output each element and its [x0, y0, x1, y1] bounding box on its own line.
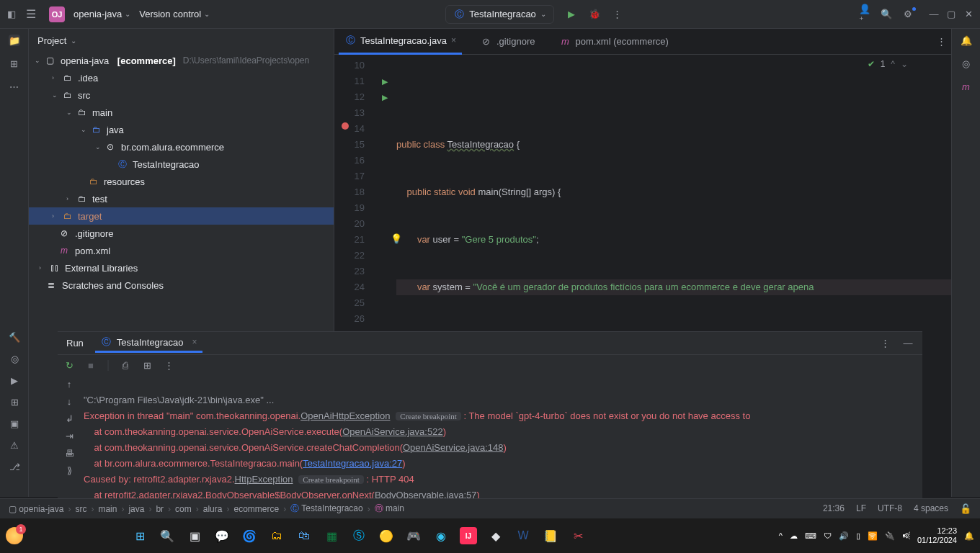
vcs-tool-button[interactable]: ⎇	[9, 461, 20, 472]
notifications-button[interactable]: 🔔	[961, 35, 972, 46]
app-icon[interactable]: 🎮	[405, 527, 422, 544]
print-icon[interactable]: 🖶	[63, 447, 75, 459]
project-view-label[interactable]: Project	[37, 35, 66, 46]
intellij-icon[interactable]: IJ	[460, 527, 477, 544]
explorer-icon[interactable]: 🗂	[268, 527, 285, 544]
tree-item-gitignore[interactable]: ⊘.gitignore	[29, 225, 334, 242]
collab-icon[interactable]: 👤⁺	[859, 9, 870, 20]
search-button[interactable]: 🔍	[159, 527, 176, 544]
run-gutter-icon[interactable]: ▶	[378, 89, 392, 105]
volume-icon[interactable]: 🔊	[839, 531, 849, 541]
tree-item-idea[interactable]: ›🗀.idea	[29, 69, 334, 86]
debug-button[interactable]: 🐞	[589, 9, 600, 20]
notifications-tray-icon[interactable]: 🔔	[964, 531, 974, 541]
settings-button[interactable]: ⚙	[902, 9, 914, 20]
task-view-button[interactable]: ▣	[186, 527, 203, 544]
clear-all-icon[interactable]: ⟫	[63, 464, 75, 476]
word-icon[interactable]: W	[514, 527, 532, 544]
search-everywhere-button[interactable]: 🔍	[881, 9, 892, 20]
run-button[interactable]: ▶	[566, 9, 577, 20]
tree-item-resources[interactable]: 🗀resources	[29, 173, 334, 190]
run-more-button[interactable]: ⋮	[163, 359, 174, 371]
tab-pom[interactable]: mpom.xml (ecommerce)	[553, 29, 674, 55]
app-icon-2[interactable]: ◆	[487, 527, 504, 544]
skype-icon[interactable]: Ⓢ	[350, 527, 368, 544]
project-tool-button[interactable]: 📁	[9, 35, 20, 46]
language-icon[interactable]: ⌨	[805, 531, 816, 541]
teams-tray-icon[interactable]: ▯	[856, 531, 860, 541]
battery-icon[interactable]: 🔌	[885, 531, 895, 541]
tree-item-external-libs[interactable]: ›⫿⫿External Libraries	[29, 259, 334, 276]
jetbrains-icon[interactable]: ◧	[6, 9, 17, 20]
tree-item-package[interactable]: ⌄⊙br.com.alura.ecommerce	[29, 138, 334, 156]
run-gutter-icon[interactable]: ▶	[378, 73, 392, 89]
stop-button[interactable]: ■	[85, 359, 97, 371]
rerun-button[interactable]: ↻	[63, 359, 75, 371]
store-icon[interactable]: 🛍	[295, 527, 313, 544]
screenshot-button[interactable]: ⎙	[120, 359, 131, 371]
run-tab[interactable]: ⒸTestaIntegracao×	[95, 333, 203, 353]
run-tool-button[interactable]: ▶	[9, 374, 20, 386]
tab-main-file[interactable]: ⒸTestaIntegracao.java×	[339, 29, 462, 55]
tree-item-test[interactable]: ›🗀test	[29, 190, 334, 207]
breadcrumb-item[interactable]: main	[98, 504, 117, 514]
close-tab-icon[interactable]: ×	[451, 35, 456, 45]
more-actions-button[interactable]: ⋮	[612, 9, 623, 20]
main-menu-button[interactable]: ☰	[26, 7, 36, 21]
breadcrumb-item[interactable]: Ⓒ TestaIntegracao	[290, 503, 363, 515]
tab-gitignore[interactable]: ⊘.gitignore	[475, 29, 540, 55]
console-output[interactable]: "C:\Program Files\Java\jdk-21\bin\java.e…	[81, 375, 922, 498]
problems-tool-button[interactable]: ⚠	[9, 439, 20, 451]
tree-item-scratches[interactable]: ≣Scratches and Consoles	[29, 276, 334, 294]
breadcrumb-item[interactable]: com	[175, 504, 192, 514]
more-tool-button[interactable]: ⋯	[9, 81, 20, 92]
breadcrumb-item[interactable]: src	[75, 504, 86, 514]
clock[interactable]: 12:23 01/12/2024	[917, 526, 957, 545]
minimize-button[interactable]: —	[928, 9, 940, 20]
start-button[interactable]: ⊞	[131, 527, 148, 544]
tree-item-pom[interactable]: mpom.xml	[29, 242, 334, 259]
services-tool-button[interactable]: ⊞	[9, 396, 20, 408]
scroll-down-icon[interactable]: ↓	[63, 395, 75, 407]
breadcrumb-item[interactable]: ⓜ main	[375, 503, 404, 515]
close-window-button[interactable]: ✕	[963, 9, 974, 20]
intention-bulb-icon[interactable]: 💡	[391, 233, 402, 244]
excel-icon[interactable]: ▦	[323, 527, 340, 544]
structure-tool-button[interactable]: ⊞	[9, 58, 20, 69]
network-icon[interactable]: 🛜	[868, 531, 878, 541]
build-tool-button[interactable]: 🔨	[9, 331, 20, 343]
close-run-tab-icon[interactable]: ×	[192, 337, 197, 347]
tree-item-java[interactable]: ⌄🗀java	[29, 121, 334, 138]
breadcrumb-item[interactable]: ecommerce	[233, 504, 279, 514]
tree-item-class[interactable]: ⒸTestaIntegracao	[29, 156, 334, 173]
tree-item-target[interactable]: ›🗀target	[29, 207, 334, 225]
run-config-selector[interactable]: Ⓒ TestaIntegracao ⌄	[445, 5, 554, 24]
tree-item-src[interactable]: ⌄🗀src	[29, 86, 334, 104]
maven-tool-button[interactable]: m	[961, 81, 972, 92]
snip-icon[interactable]: ✂	[569, 527, 587, 544]
line-separator[interactable]: LF	[856, 503, 866, 515]
project-selector[interactable]: openia-java⌄	[74, 9, 130, 19]
layout-button[interactable]: ⊞	[141, 359, 153, 371]
file-encoding[interactable]: UTF-8	[878, 503, 902, 515]
breakpoint-icon[interactable]	[342, 122, 349, 130]
run-options-button[interactable]: ⋮	[879, 338, 891, 349]
scroll-to-end-icon[interactable]: ⇥	[63, 430, 75, 441]
soft-wrap-icon[interactable]: ↲	[63, 413, 75, 424]
breadcrumb-item[interactable]: java	[128, 504, 144, 514]
sound-icon[interactable]: 🕬	[902, 531, 910, 540]
tree-root[interactable]: ⌄▢ openia-java [ecommerce] D:\Users\fami…	[29, 52, 334, 69]
ai-button[interactable]: ◎	[961, 58, 972, 69]
security-icon[interactable]: 🛡	[824, 531, 832, 540]
chat-icon[interactable]: 💬	[213, 527, 231, 544]
indent-widget[interactable]: 4 spaces	[914, 503, 948, 515]
readonly-toggle-icon[interactable]: 🔓	[960, 503, 971, 515]
chrome-icon[interactable]: 🟡	[378, 527, 395, 544]
inspection-widget[interactable]: ✔1^⌄	[868, 59, 908, 69]
terminal-tool-button[interactable]: ▣	[9, 418, 20, 429]
edge-icon[interactable]: ◉	[432, 527, 450, 544]
commit-tool-button[interactable]: ◎	[9, 353, 20, 364]
tree-item-main[interactable]: ⌄🗀main	[29, 104, 334, 121]
copilot-app-icon[interactable]: 🌀	[241, 527, 258, 544]
tab-options-button[interactable]: ⋮	[935, 36, 947, 48]
